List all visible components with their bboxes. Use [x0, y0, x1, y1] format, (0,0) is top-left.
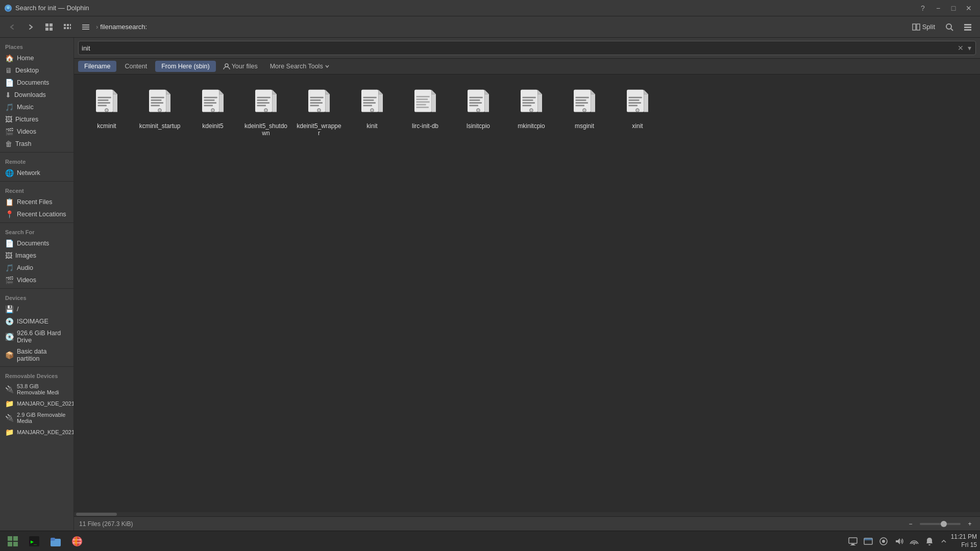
- sidebar-item-label: Documents: [17, 240, 49, 247]
- scrollbar-thumb[interactable]: [76, 513, 117, 516]
- sidebar-item-music[interactable]: 🎵 Music: [0, 101, 74, 113]
- sidebar-item-search-audio[interactable]: 🎵 Audio: [0, 262, 74, 274]
- taskbar-up-arrow-button[interactable]: [939, 536, 949, 546]
- list-item[interactable]: ⚙ xinit: [613, 83, 662, 141]
- sidebar-item-desktop[interactable]: 🖥 Desktop: [0, 64, 74, 77]
- view-details-button[interactable]: [78, 19, 94, 35]
- svg-rect-110: [629, 102, 642, 104]
- zoom-in-button[interactable]: +: [965, 519, 975, 529]
- sidebar-item-videos[interactable]: 🎬 Videos: [0, 126, 74, 138]
- recent-files-icon: 📋: [5, 198, 14, 206]
- sidebar-item-manjaro-2[interactable]: 📁 MANJARO_KDE_2021: [0, 426, 74, 438]
- split-button[interactable]: Split: [908, 21, 939, 33]
- list-item[interactable]: ⚙ mkinitcpio: [507, 83, 556, 141]
- file-name: kdeinit5_wrapper: [297, 122, 341, 137]
- horizontal-scrollbar[interactable]: [74, 512, 980, 516]
- help-button[interactable]: ?: [916, 3, 930, 14]
- view-toggle-button[interactable]: [960, 19, 976, 35]
- search-button[interactable]: [941, 19, 958, 35]
- taskbar-browser-button[interactable]: [67, 532, 87, 551]
- removable-header: Removable Devices: [0, 369, 74, 381]
- svg-rect-28: [98, 97, 111, 98]
- sidebar-item-pictures[interactable]: 🖼 Pictures: [0, 113, 74, 126]
- list-item[interactable]: ⚙ kcminit_startup: [135, 83, 184, 141]
- tab-more-search-tools[interactable]: More Search Tools: [265, 61, 335, 72]
- svg-rect-101: [576, 99, 586, 101]
- svg-rect-126: [850, 545, 855, 545]
- taskbar-volume-button[interactable]: [893, 535, 905, 547]
- svg-rect-4: [50, 23, 53, 27]
- taskbar-files-panel-button[interactable]: [862, 535, 874, 547]
- tab-your-files[interactable]: Your files: [218, 61, 263, 72]
- restore-button[interactable]: □: [946, 3, 961, 14]
- sidebar-item-removable-1[interactable]: 🔌 53.8 GiB Removable Medi: [0, 381, 74, 397]
- clear-search-button[interactable]: ✕: [957, 43, 965, 53]
- sidebar-item-root[interactable]: 💾 /: [0, 303, 74, 315]
- list-item[interactable]: lirc-init-db: [401, 83, 450, 141]
- taskbar-monitor-button[interactable]: [847, 535, 859, 547]
- script-file-svg: ⚙: [199, 89, 227, 117]
- sidebar-item-manjaro-1[interactable]: 📁 MANJARO_KDE_2021: [0, 397, 74, 410]
- back-button[interactable]: [4, 19, 20, 35]
- view-compact-button[interactable]: [59, 19, 76, 35]
- sidebar-item-search-images[interactable]: 🖼 Images: [0, 249, 74, 262]
- sidebar-item-harddrive[interactable]: 💽 926.6 GiB Hard Drive: [0, 328, 74, 346]
- list-item[interactable]: ⚙ kdeinit5_wrapper: [295, 83, 344, 141]
- devices-header: Devices: [0, 291, 74, 303]
- svg-rect-17: [917, 24, 920, 30]
- search-videos-icon: 🎬: [5, 276, 14, 284]
- sidebar-item-label: Desktop: [15, 67, 39, 74]
- tab-from-here[interactable]: From Here (sbin): [155, 61, 215, 72]
- search-options-button[interactable]: ▾: [967, 43, 972, 53]
- svg-text:⚙: ⚙: [263, 107, 268, 113]
- minimize-button[interactable]: −: [931, 3, 945, 14]
- svg-marker-34: [166, 90, 170, 94]
- view-icons-button[interactable]: [41, 19, 57, 35]
- sidebar-item-removable-2[interactable]: 🔌 2.9 GiB Removable Media: [0, 410, 74, 426]
- list-item[interactable]: ⚙ kdeinit5: [188, 83, 237, 141]
- zoom-slider[interactable]: [920, 523, 961, 525]
- pictures-icon: 🖼: [5, 115, 12, 123]
- taskbar-status-panel-button[interactable]: [877, 535, 890, 547]
- taskbar-terminal-button[interactable]: ▶_: [24, 532, 44, 551]
- close-button[interactable]: ✕: [962, 3, 976, 14]
- taskbar-notifications-button[interactable]: [923, 535, 936, 547]
- list-item[interactable]: ⚙ kcminit: [82, 83, 131, 141]
- sidebar-item-search-videos[interactable]: 🎬 Videos: [0, 274, 74, 286]
- sidebar-item-recent-locations[interactable]: 📍 Recent Locations: [0, 208, 74, 220]
- sidebar-item-isoimage[interactable]: 💿 ISOIMAGE: [0, 315, 74, 328]
- taskbar-grid-button[interactable]: [3, 532, 22, 551]
- sidebar-item-home[interactable]: 🏠 Home: [0, 52, 74, 64]
- taskbar-network-button[interactable]: [908, 535, 920, 547]
- list-item[interactable]: ⚙ kdeinit5_shutdown: [241, 83, 290, 141]
- list-item[interactable]: ⚙ lsinitcpio: [454, 83, 503, 141]
- svg-point-18: [946, 24, 951, 29]
- svg-rect-93: [523, 99, 533, 101]
- search-input[interactable]: [82, 44, 957, 52]
- sidebar-item-downloads[interactable]: ⬇ Downloads: [0, 89, 74, 101]
- sidebar-item-network[interactable]: 🌐 Network: [0, 167, 74, 179]
- list-item[interactable]: ⚙ kinit: [348, 83, 397, 141]
- sidebar-item-documents[interactable]: 📄 Documents: [0, 77, 74, 89]
- list-item[interactable]: ⚙ msginit: [560, 83, 609, 141]
- file-icon-kcminit: ⚙: [90, 87, 123, 119]
- file-name: kdeinit5: [202, 122, 223, 130]
- svg-rect-47: [204, 105, 213, 107]
- sidebar-item-label: 2.9 GiB Removable Media: [17, 412, 68, 424]
- tab-filename[interactable]: Filename: [78, 61, 116, 72]
- sidebar-divider-4: [0, 288, 74, 289]
- taskbar-files-button[interactable]: [46, 532, 65, 551]
- search-input-wrapper[interactable]: ✕ ▾: [78, 41, 976, 55]
- sidebar-item-label: ISOIMAGE: [17, 318, 48, 325]
- svg-text:⚙: ⚙: [529, 107, 534, 113]
- svg-rect-35: [166, 94, 170, 112]
- sidebar-item-recent-files[interactable]: 📋 Recent Files: [0, 196, 74, 208]
- right-panel: ✕ ▾ Filename Content From Here (sbin): [74, 38, 980, 531]
- tab-content[interactable]: Content: [118, 61, 153, 72]
- sidebar-item-data-partition[interactable]: 📦 Basic data partition: [0, 346, 74, 364]
- documents-icon: 📄: [5, 79, 14, 87]
- forward-button[interactable]: [22, 19, 39, 35]
- sidebar-item-search-documents[interactable]: 📄 Documents: [0, 237, 74, 249]
- zoom-out-button[interactable]: −: [905, 519, 916, 529]
- sidebar-item-trash[interactable]: 🗑 Trash: [0, 138, 74, 150]
